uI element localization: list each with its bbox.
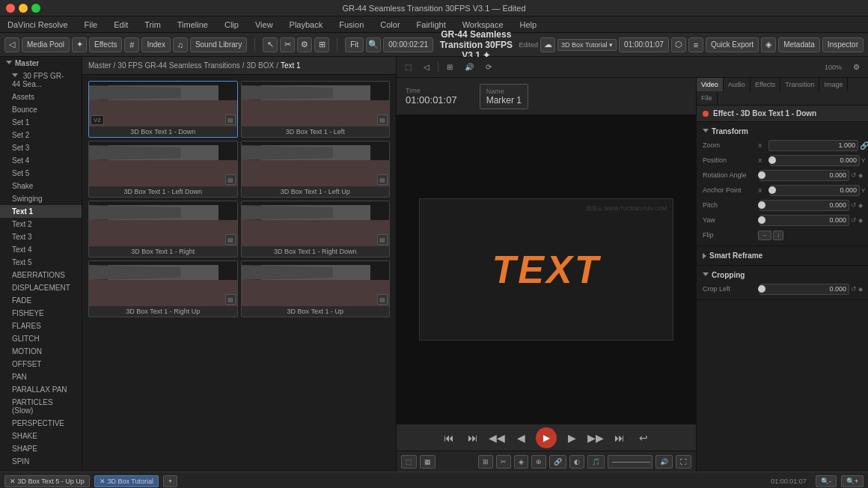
- menu-playback[interactable]: Playback: [287, 19, 326, 31]
- tab-file[interactable]: File: [697, 91, 718, 105]
- sidebar-item-offset[interactable]: OFFSET: [0, 358, 82, 370]
- sidebar-item-parallax[interactable]: PARALLAX PAN: [0, 383, 82, 396]
- yaw-keyframe[interactable]: ◆: [858, 217, 863, 224]
- toolbar-icon2[interactable]: #: [124, 37, 139, 52]
- sidebar-item-flares[interactable]: FLARES: [0, 320, 82, 332]
- pitch-keyframe[interactable]: ◆: [858, 202, 863, 209]
- tool-icon3[interactable]: ⚙: [297, 37, 312, 52]
- zoom-x-field[interactable]: [768, 140, 858, 151]
- breadcrumb-3dbox[interactable]: 3D BOX: [247, 61, 275, 70]
- play-button[interactable]: ▶: [536, 427, 557, 448]
- menu-clip[interactable]: Clip: [221, 19, 242, 31]
- tab-video[interactable]: Video: [697, 78, 724, 91]
- media-thumb-5[interactable]: ▤ 3D Box Text 1 - Right: [88, 201, 238, 257]
- sidebar-item-swinging[interactable]: Swinging: [0, 192, 82, 205]
- ctrl-step-fwd[interactable]: ▶▶: [587, 429, 605, 447]
- sidebar-item-fade[interactable]: FADE: [0, 294, 82, 307]
- fit-button[interactable]: Fit: [345, 37, 364, 52]
- toolbar-icon6[interactable]: ◈: [761, 37, 776, 52]
- tl-add-tab[interactable]: +: [163, 475, 177, 487]
- menu-timeline[interactable]: Timeline: [174, 19, 211, 31]
- tool-icon1[interactable]: ↖: [263, 37, 278, 52]
- sidebar-item-text3[interactable]: Text 3: [0, 231, 82, 243]
- viewer-btn-5[interactable]: ⟳: [482, 61, 495, 73]
- maximize-button[interactable]: [31, 4, 40, 13]
- menu-color[interactable]: Color: [377, 19, 403, 31]
- tab-audio[interactable]: Audio: [724, 78, 751, 91]
- media-pool-button[interactable]: Media Pool: [22, 37, 70, 52]
- pbt-link[interactable]: 🔗: [549, 455, 566, 469]
- yaw-field[interactable]: [760, 215, 849, 226]
- pbt-crop[interactable]: ✂: [496, 455, 511, 469]
- toolbar-icon3[interactable]: ♫: [173, 37, 188, 52]
- viewer-btn-4[interactable]: 🔊: [461, 61, 477, 73]
- tl-zoom-in[interactable]: 🔍+: [841, 475, 864, 487]
- menu-fusion[interactable]: Fusion: [336, 19, 367, 31]
- sidebar-item-text4[interactable]: Text 4: [0, 243, 82, 256]
- smart-reframe-header[interactable]: Smart Reframe: [697, 249, 868, 262]
- tab-image[interactable]: Image: [819, 78, 848, 91]
- preview-canvas[interactable]: TEXT 图层云 WWW.TUCENGYUN.COM: [397, 115, 696, 424]
- share-icon[interactable]: ⬡: [671, 37, 686, 52]
- tutorial-dropdown[interactable]: 3D Box Tutorial ▾: [557, 39, 617, 51]
- sidebar-item-set5[interactable]: Set 5: [0, 167, 82, 180]
- sidebar-master-header[interactable]: Master: [0, 57, 82, 70]
- menu-view[interactable]: View: [252, 19, 276, 31]
- sidebar-item-set2[interactable]: Set 2: [0, 129, 82, 141]
- tool-icon2[interactable]: ✂: [280, 37, 295, 52]
- ctrl-loop[interactable]: ↩: [635, 429, 652, 447]
- media-thumb-8[interactable]: ▤ 3D Box Text 1 - Up: [241, 260, 391, 317]
- sidebar-item-shake[interactable]: Shake: [0, 180, 82, 192]
- anchor-x-field[interactable]: [770, 185, 860, 196]
- pbt-color[interactable]: ◐: [569, 455, 584, 469]
- search-icon[interactable]: 🔍: [366, 37, 381, 52]
- ctrl-frame-fwd[interactable]: ▶: [563, 429, 581, 447]
- pbt-fullscreen[interactable]: ⛶: [676, 455, 691, 469]
- pbt-vol-slider[interactable]: ────────: [608, 455, 652, 469]
- tool-icon4[interactable]: ⊞: [314, 37, 329, 52]
- timecode-display[interactable]: 00:00:02:21: [383, 37, 433, 52]
- toolbar-icon1[interactable]: ✦: [72, 37, 87, 52]
- sidebar-item-set1[interactable]: Set 1: [0, 116, 82, 129]
- sidebar-item-fisheye[interactable]: FISHEYE: [0, 307, 82, 320]
- ctrl-prev-marker[interactable]: ⏭: [464, 429, 482, 447]
- effects-button[interactable]: Effects: [89, 37, 122, 52]
- rotation-field[interactable]: [760, 170, 849, 181]
- media-thumb-4[interactable]: ▤ 3D Box Text 1 - Left Up: [241, 141, 391, 198]
- pbt-dyn[interactable]: ◈: [514, 455, 528, 469]
- crop-left-reset[interactable]: ↺: [851, 285, 857, 293]
- inspector-button[interactable]: Inspector: [822, 37, 864, 52]
- pitch-reset[interactable]: ↺: [851, 201, 857, 209]
- rotation-keyframe[interactable]: ◆: [858, 172, 863, 179]
- menu-edit[interactable]: Edit: [111, 19, 131, 31]
- tab-transition[interactable]: Transition: [780, 78, 819, 91]
- pbt-stabilize[interactable]: ⊕: [531, 455, 546, 469]
- sidebar-item-perspective[interactable]: PERSPECTIVE: [0, 417, 82, 430]
- transform-header[interactable]: Transform: [697, 125, 868, 138]
- rotation-reset[interactable]: ↺: [851, 171, 857, 179]
- sidebar-item-bounce[interactable]: Bounce: [0, 103, 82, 116]
- sidebar-item-displacement[interactable]: DISPLACEMENT: [0, 281, 82, 294]
- toolbar-icon5[interactable]: ≡: [688, 37, 703, 52]
- pbt-btn2[interactable]: ▦: [420, 455, 435, 469]
- sidebar-item-pan[interactable]: PAN: [0, 370, 82, 383]
- media-thumb-6[interactable]: ▤ 3D Box Text 1 - Right Down: [241, 201, 391, 257]
- sidebar-item-set4[interactable]: Set 4: [0, 154, 82, 167]
- viewer-btn-1[interactable]: ⬚: [401, 61, 415, 73]
- metadata-button[interactable]: Metadata: [778, 37, 820, 52]
- sidebar-item-particles[interactable]: PARTICLES (Slow): [0, 396, 82, 417]
- sidebar-item-shape[interactable]: SHAPE: [0, 442, 82, 455]
- viewer-settings-btn[interactable]: ⚙: [849, 61, 864, 73]
- viewer-btn-3[interactable]: ⊞: [443, 61, 456, 73]
- tl-zoom-out[interactable]: 🔍-: [816, 475, 837, 487]
- breadcrumb-30fps[interactable]: 30 FPS GR-44 Seamless Transitions: [117, 61, 239, 70]
- media-thumb-3[interactable]: ▤ 3D Box Text 1 - Left Down: [88, 141, 238, 198]
- media-thumb-2[interactable]: ▤ 3D Box Text 1 - Left: [241, 81, 391, 138]
- pbt-mute[interactable]: 🔊: [655, 455, 673, 469]
- sidebar-item-text2[interactable]: Text 2: [0, 218, 82, 231]
- ctrl-to-end[interactable]: ⏭: [611, 429, 629, 447]
- sidebar-item-30fps[interactable]: 30 FPS GR-44 Sea...: [0, 70, 82, 91]
- cloud-icon[interactable]: ☁: [540, 37, 555, 52]
- tl-tab-tutorial[interactable]: ✕ 3D Box Tutorial: [94, 475, 159, 487]
- media-thumb-1[interactable]: V2 ▤ 3D Box Text 1 - Down: [88, 81, 238, 138]
